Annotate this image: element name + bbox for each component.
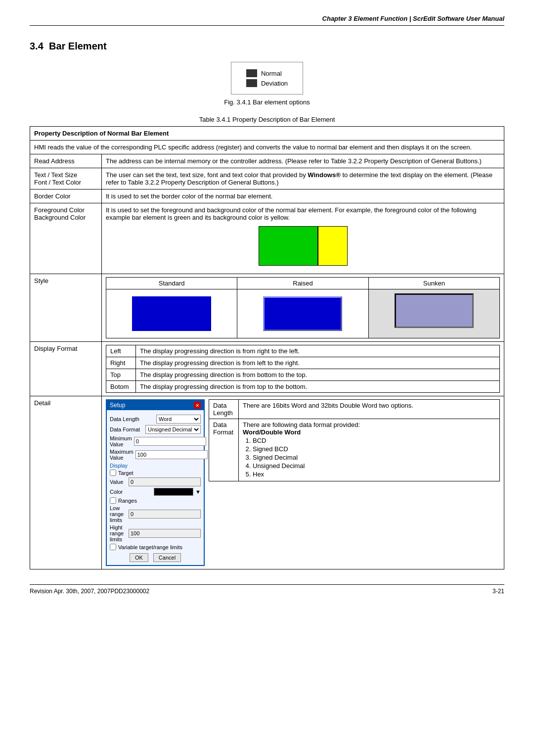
color-label: Color [110,489,152,495]
bar-options-box: Normal Deviation [231,62,303,94]
close-icon[interactable]: ✕ [194,402,201,409]
list-item: Unsigned Decimal [253,462,495,470]
main-table: Property Description of Normal Bar Eleme… [30,126,504,569]
data-format-label: Data Format [110,426,143,432]
yellow-bar [318,226,348,266]
setup-title: Setup [110,402,125,409]
direction-desc: The display progressing direction is fro… [136,369,500,381]
footer-left: Revision Apr. 30th, 2007, 2007PDD2300000… [30,588,149,595]
max-value-label: Maximum Value [110,449,134,461]
deviation-label: Deviation [261,80,288,87]
raised-bar-demo [263,296,342,331]
setup-buttons: OK Cancel [110,553,201,562]
variable-label: Variable target/range limits [118,544,182,550]
low-range-input[interactable] [129,510,201,519]
data-format-select[interactable]: Unsigned Decimal [145,425,201,434]
detail-row: Detail Setup ✕ Data Length Word [30,396,504,569]
word-double-word-label: Word/Double Word [243,428,301,436]
direction-desc: The display progressing direction is fro… [136,381,500,393]
data-length-select[interactable]: Word [156,415,201,424]
display-format-cell: Left The display progressing direction i… [102,342,504,396]
cancel-button[interactable]: Cancel [153,553,181,562]
ranges-checkbox[interactable] [110,497,116,504]
list-item: BCD [253,437,495,444]
section-title: 3.4 Bar Element [30,41,504,52]
direction-desc: The display progressing direction is fro… [136,345,500,357]
table-row: Text / Text SizeFont / Text Color The us… [30,168,504,189]
property-desc: It is used to set the border color of th… [102,189,504,203]
data-length-col-desc: There are 16bits Word and 32bits Double … [239,400,500,419]
bar-option-deviation: Deviation [246,79,288,87]
min-value-label: Minimum Value [110,435,132,447]
min-value-input[interactable] [134,437,206,446]
display-format-row: Display Format Left The display progress… [30,342,504,396]
target-label: Target [118,470,134,476]
detail-inner: Setup ✕ Data Length Word Data Format [106,399,500,566]
direction-label: Botom [106,381,136,393]
display-format-sub-table: Left The display progressing direction i… [106,345,500,393]
setup-body: Data Length Word Data Format Unsigned De… [107,410,204,565]
high-range-label: Hight range limits [110,524,127,542]
style-options-cell: Standard Raised Sunken [102,274,504,342]
setup-min-row: Minimum Value [110,435,201,447]
style-row: Style Standard Raised Sunken [30,274,504,342]
list-item: Hex [253,471,495,478]
list-item: Signed BCD [253,445,495,453]
table-row: Border Color It is used to set the borde… [30,189,504,203]
property-label: Border Color [30,189,102,203]
direction-desc: The display progressing direction is fro… [136,357,500,369]
target-checkbox[interactable] [110,470,116,476]
list-item: Left The display progressing direction i… [106,345,500,357]
property-label: Text / Text SizeFont / Text Color [30,168,102,189]
setup-value-row: Value [110,477,201,486]
list-item: DataLength There are 16bits Word and 32b… [209,400,500,419]
footer-right: 3-21 [492,588,504,595]
value-input[interactable] [129,477,201,486]
display-section-label: Display [110,463,201,469]
fg-bg-demo [106,226,500,266]
ok-button[interactable]: OK [130,553,148,562]
setup-high-range-row: Hight range limits [110,524,201,542]
green-bar [259,226,318,266]
property-desc: It is used to set the foreground and bac… [102,203,504,274]
sunken-bar-demo [395,293,474,328]
color-block [154,488,193,496]
ranges-checkbox-row: Ranges [110,497,201,504]
target-checkbox-row: Target [110,470,201,476]
max-value-input[interactable] [135,450,208,459]
property-desc: The user can set the text, text size, fo… [102,168,504,189]
high-range-input[interactable] [129,529,201,538]
direction-label: Left [106,345,136,357]
list-item: Botom The display progressing direction … [106,381,500,393]
property-label: Read Address [30,154,102,168]
data-length-col-label: DataLength [209,400,239,419]
figure-container: Normal Deviation Fig. 3.4.1 Bar element … [30,62,504,106]
setup-data-length-row: Data Length Word [110,415,201,424]
color-dropdown-icon[interactable]: ▼ [195,489,201,495]
property-desc: The address can be internal memory or th… [102,154,504,168]
normal-label: Normal [261,70,282,77]
low-range-label: Low range limits [110,505,127,523]
setup-max-row: Maximum Value [110,449,201,461]
style-sunken-label: Sunken [423,280,445,287]
bar-option-normal: Normal [246,69,288,77]
variable-checkbox[interactable] [110,544,116,550]
table-header-cell: Property Description of Normal Bar Eleme… [30,127,504,141]
detail-label: Detail [30,396,102,569]
table-row: Read Address The address can be internal… [30,154,504,168]
list-item: DataFormat There are following data form… [209,419,500,481]
variable-checkbox-row: Variable target/range limits [110,544,201,550]
value-label: Value [110,479,127,485]
setup-dialog: Setup ✕ Data Length Word Data Format [106,399,205,566]
property-label: Foreground ColorBackground Color [30,203,102,274]
table-intro-row: HMI reads the value of the corresponding… [30,141,504,154]
standard-bar-demo [132,296,211,331]
data-length-label: Data Length [110,416,154,422]
page-footer: Revision Apr. 30th, 2007, 2007PDD2300000… [30,584,504,595]
style-standard-label: Standard [159,280,185,287]
setup-low-range-row: Low range limits [110,505,201,523]
list-item: Signed Decimal [253,454,495,461]
list-item: Right The display progressing direction … [106,357,500,369]
ranges-label: Ranges [118,498,137,504]
list-item: Top The display progressing direction is… [106,369,500,381]
